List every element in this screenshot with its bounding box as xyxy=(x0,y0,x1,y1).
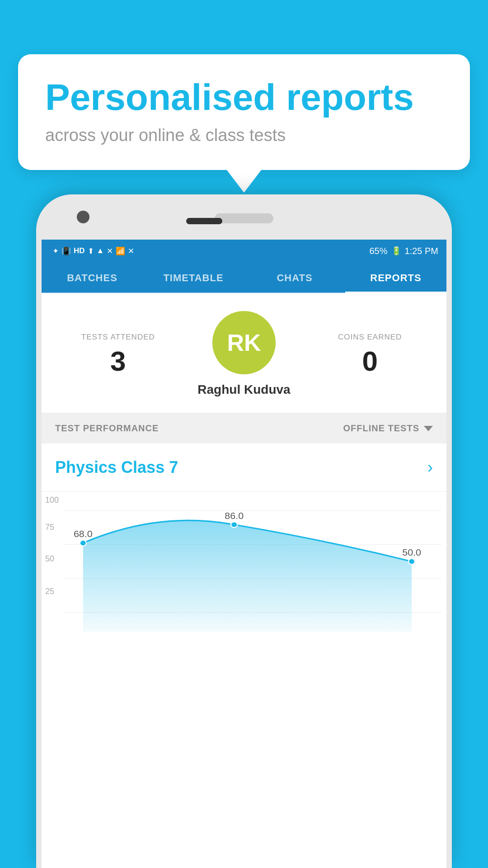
user-name: Raghul Kuduva xyxy=(197,382,290,397)
phone-camera xyxy=(77,211,89,223)
data-point-3 xyxy=(408,559,415,565)
filter-button[interactable]: OFFLINE TESTS xyxy=(343,423,433,434)
phone-frame: ✦ 📳 HD ⬆ ▲ ✕ 📶 ✕ 65% 🔋 1:25 PM xyxy=(36,194,452,868)
chart-area: 100 75 50 25 xyxy=(42,492,446,637)
tab-timetable[interactable]: TIMETABLE xyxy=(143,262,244,292)
wifi-icon: ▲ xyxy=(97,246,104,255)
y-label-100: 100 xyxy=(45,495,59,505)
speech-bubble: Personalised reports across your online … xyxy=(18,54,470,170)
avatar-block: RK Raghul Kuduva xyxy=(181,311,307,397)
battery-icon: 🔋 xyxy=(391,246,401,256)
filter-label: OFFLINE TESTS xyxy=(343,423,419,434)
vibrate-icon: 📳 xyxy=(61,246,71,256)
bubble-title: Personalised reports xyxy=(45,77,443,118)
tests-attended-block: TESTS ATTENDED 3 xyxy=(55,333,181,375)
bubble-subtitle: across your online & class tests xyxy=(45,126,443,145)
data-point-2 xyxy=(231,522,237,528)
battery-percent: 65% xyxy=(369,246,387,256)
phone-home-button xyxy=(186,218,222,224)
signal-x-icon: ✕ xyxy=(107,246,113,256)
tab-batches[interactable]: BATCHES xyxy=(42,262,143,292)
phone-top xyxy=(36,194,452,240)
user-card: TESTS ATTENDED 3 RK Raghul Kuduva COINS … xyxy=(42,293,446,413)
point-label-1: 68.0 xyxy=(74,529,93,539)
tab-chats[interactable]: CHATS xyxy=(244,262,345,292)
test-performance-title: TEST PERFORMANCE xyxy=(55,423,159,434)
phone-screen: ✦ 📳 HD ⬆ ▲ ✕ 📶 ✕ 65% 🔋 1:25 PM xyxy=(42,240,446,868)
section-header: TEST PERFORMANCE OFFLINE TESTS xyxy=(42,413,446,443)
phone-speaker xyxy=(215,213,273,223)
status-bar-left: ✦ 📳 HD ⬆ ▲ ✕ 📶 ✕ xyxy=(52,246,134,256)
line-chart: 68.0 86.0 50.0 xyxy=(64,501,442,637)
y-label-25: 25 xyxy=(45,587,54,596)
coins-earned-value: 0 xyxy=(307,347,433,375)
time-display: 1:25 PM xyxy=(405,246,438,256)
chevron-down-icon xyxy=(424,426,433,431)
point-label-2: 86.0 xyxy=(225,511,244,521)
coins-earned-label: COINS EARNED xyxy=(307,333,433,342)
y-label-75: 75 xyxy=(45,523,54,532)
coins-earned-block: COINS EARNED 0 xyxy=(307,333,433,375)
avatar: RK xyxy=(212,311,276,374)
data-point-1 xyxy=(80,540,86,546)
hd-icon: HD xyxy=(74,246,85,255)
data-transfer-icon: ⬆ xyxy=(88,246,94,256)
physics-class-row[interactable]: Physics Class 7 › xyxy=(42,443,446,492)
nav-tabs: BATCHES TIMETABLE CHATS REPORTS xyxy=(42,262,446,293)
chevron-right-icon: › xyxy=(427,458,433,477)
tab-reports[interactable]: REPORTS xyxy=(345,262,446,292)
avatar-initials: RK xyxy=(227,329,261,356)
class-name: Physics Class 7 xyxy=(55,458,178,477)
signal-icon: 📶 xyxy=(116,246,125,256)
status-bar: ✦ 📳 HD ⬆ ▲ ✕ 📶 ✕ 65% 🔋 1:25 PM xyxy=(42,240,446,262)
no-signal-icon: ✕ xyxy=(128,246,134,256)
tests-attended-value: 3 xyxy=(55,347,181,375)
y-label-50: 50 xyxy=(45,554,54,564)
bluetooth-icon: ✦ xyxy=(52,246,59,256)
point-label-3: 50.0 xyxy=(402,548,421,557)
tests-attended-label: TESTS ATTENDED xyxy=(55,333,181,342)
